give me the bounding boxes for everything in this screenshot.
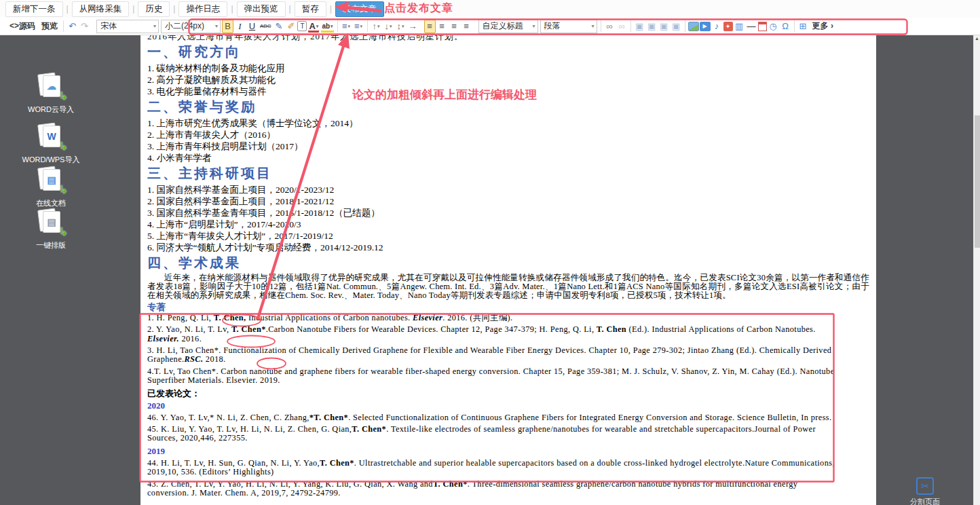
editor-toolbar: <>源码预览↶↷宋体▾小二(24px)▾BIUABC✎✐TA▾ab▾≡▾≡▾↑▾… (0, 18, 980, 35)
doc-heading: 一、研究方向 (147, 43, 869, 60)
font-size-select[interactable]: 小二(24px)▾ (161, 20, 221, 33)
redo-icon[interactable]: ↷ (79, 20, 90, 33)
pub-text: 46. Y. Yao, T. Lv,* N. Li, Z. Chen, C. Z… (147, 413, 309, 422)
word-wps-import-icon: W↳ (36, 124, 66, 149)
insert-image-button[interactable] (688, 22, 699, 31)
image-float-left-button[interactable]: ▣ (646, 20, 658, 33)
align-left-button[interactable]: ≡ (424, 20, 436, 33)
emotion-button[interactable] (758, 22, 767, 31)
tab-publish[interactable]: 发布文章 (335, 1, 384, 17)
toolbar-separator (63, 20, 64, 32)
tab-history[interactable]: 历史 (138, 1, 170, 17)
more-button[interactable]: 更多 › (810, 20, 836, 32)
cms-editor-window: 新增下一条|从网络采集|历史|操作日志|弹出预览|暂存|发布文章 <>源码预览↶… (0, 0, 980, 505)
insert-video-button[interactable]: ▶ (700, 22, 711, 31)
tab-web-collect[interactable]: 从网络采集 (72, 1, 130, 17)
font-family-select[interactable]: 宋体▾ (96, 20, 159, 33)
ordered-list-button[interactable]: ≡▾ (341, 20, 352, 33)
sidebar-item-one-click-typeset[interactable]: ▤↳一键排版 (0, 209, 102, 250)
table-button[interactable]: ⊞ (797, 20, 809, 33)
paragraph-spacing-bottom-button[interactable]: ↓▾ (383, 20, 394, 33)
format-brush-icon[interactable]: ✐ (285, 20, 297, 33)
pub-text: 3. H. Li, Tao Chen*. Functionalization o… (147, 345, 831, 364)
datetime-button[interactable]: ◷ (768, 20, 779, 33)
horizontal-rule-button[interactable]: — (746, 20, 757, 33)
tab-separator: | (67, 4, 69, 14)
tab-separator: | (173, 4, 175, 14)
doc-heading: 四、学术成果 (147, 254, 869, 272)
pub-text: 44. H. Li, T. Lv, H. Sun, G. Qian, N. Li… (147, 458, 320, 468)
chevron-down-icon: ▾ (390, 24, 392, 29)
highlight-color-button[interactable]: ab▾ (320, 20, 334, 33)
preview-button[interactable]: 预览 (39, 20, 60, 32)
sidebar-item-label: WORD/WPS导入 (0, 155, 102, 165)
custom-title-select[interactable]: 自定义标题▾ (478, 20, 538, 33)
image-float-none-button[interactable]: ▣ (634, 20, 645, 33)
font-color-button[interactable]: A▾ (307, 20, 320, 33)
special-char-button[interactable]: Ω (780, 20, 791, 33)
undo-icon[interactable]: ↶ (67, 20, 78, 33)
paragraph-spacing-top-button[interactable]: ↑▾ (371, 20, 382, 33)
unordered-list-button[interactable]: ≡▾ (353, 20, 364, 33)
vertical-scrollbar[interactable]: ▲ (973, 35, 980, 505)
publication-item: 44. H. Li, T. Lv, H. Sun, G. Qian, N. Li… (147, 459, 835, 477)
insert-iframe-button[interactable]: ▥ (734, 20, 745, 33)
pub-text: (Ed.). Industrial Applications of Carbon… (626, 324, 816, 334)
sidebar-item-word-wps-import[interactable]: W↳WORD/WPS导入 (0, 124, 102, 165)
pub-text: 43. Z. Chen, T. Lv, Y. Yao, H. Li, N. Li… (147, 479, 433, 489)
align-justify-button[interactable]: ≡ (461, 20, 472, 33)
line-height-button[interactable]: ↕▾ (395, 20, 407, 33)
author-highlight: *T. Chen* (309, 413, 348, 422)
publication-item: 43. Z. Chen, T. Lv, Y. Yao, H. Li, N. Li… (147, 480, 835, 498)
image-float-center-button[interactable]: ▣ (658, 20, 670, 33)
tab-popup-preview[interactable]: 弹出预览 (237, 1, 286, 17)
source-code-button[interactable]: <>源码 (7, 20, 38, 32)
spellcheck-icon[interactable]: ✎ (273, 20, 284, 33)
unlink-button[interactable]: ∞ (616, 20, 628, 33)
doc-list-item: 3. 上海市青年科技启明星计划（2017） (147, 141, 869, 152)
chevron-down-icon: ▾ (215, 23, 218, 29)
scrollbar-thumb[interactable] (975, 115, 980, 248)
doc-list-item: 4. 上海市“启明星计划”，2017/4-2020/3 (147, 219, 869, 230)
online-doc-glyph: ▤ (47, 174, 56, 185)
chevron-down-icon: ▾ (402, 24, 404, 29)
pub-text: 45. K. Liu, Y. Yao, T. Lv, H. Li, N. Li,… (147, 424, 352, 434)
link-button[interactable]: ∞ (604, 20, 616, 33)
import-arrow-icon: ↳ (59, 183, 68, 196)
author-highlight: T. Chen* (231, 324, 266, 334)
import-arrow-icon: ↳ (59, 225, 68, 238)
author-highlight: Elsevier (413, 313, 442, 322)
doc-list-item: 6. 同济大学“领航人才计划”专项启动经费，2014/12-2019.12 (147, 242, 869, 253)
italic-button[interactable]: I (234, 20, 246, 33)
tab-draft[interactable]: 暂存 (295, 1, 326, 17)
tab-new-next[interactable]: 新增下一条 (5, 1, 63, 17)
chevron-down-icon: ▾ (377, 24, 380, 29)
document-editing-area[interactable]: 2016年入选上海市青年拔尖人才计划，2017年入选上海市科技启明星计划。 一、… (140, 35, 876, 505)
author-highlight: Elsevier. (147, 334, 179, 343)
paragraph-format-select[interactable]: 段落▾ (540, 20, 597, 33)
tab-separator: | (330, 4, 332, 14)
indent-button[interactable]: → (407, 20, 419, 33)
insert-music-button[interactable]: ♪ (711, 20, 723, 33)
sidebar-item-word-cloud-import[interactable]: ☁↳WORD云导入 (0, 73, 102, 115)
sidebar-item-online-doc[interactable]: ▤↳在线文档 (0, 167, 102, 208)
pub-text: . 2016. (共同主编). (442, 313, 512, 322)
bold-button[interactable]: B (222, 20, 233, 33)
custom-title-select-value: 自定义标题 (483, 20, 523, 32)
image-float-right-button[interactable]: ▣ (671, 20, 682, 33)
publication-year: 2020 (147, 400, 835, 411)
published-papers-label: 已发表论文： (147, 388, 835, 399)
sidebar-item-label: 在线文档 (0, 198, 102, 208)
underline-button[interactable]: U (246, 20, 258, 33)
scroll-up-icon[interactable]: ▲ (975, 36, 979, 41)
doc-list-item: 3. 电化学能量储存材料与器件 (147, 86, 869, 97)
chevron-down-icon: ▾ (316, 24, 319, 29)
paste-text-button[interactable]: T (297, 21, 307, 31)
insert-flash-button[interactable]: ✦ (723, 22, 733, 31)
strikethrough-button[interactable]: ABC (259, 20, 272, 33)
split-page-button[interactable]: ✂ 分割页面 (905, 477, 945, 505)
align-center-button[interactable]: ≡ (436, 20, 448, 33)
align-right-button[interactable]: ≡ (449, 20, 460, 33)
tab-operation-log[interactable]: 操作日志 (178, 1, 227, 17)
page-sheet: ▤ (43, 211, 60, 233)
